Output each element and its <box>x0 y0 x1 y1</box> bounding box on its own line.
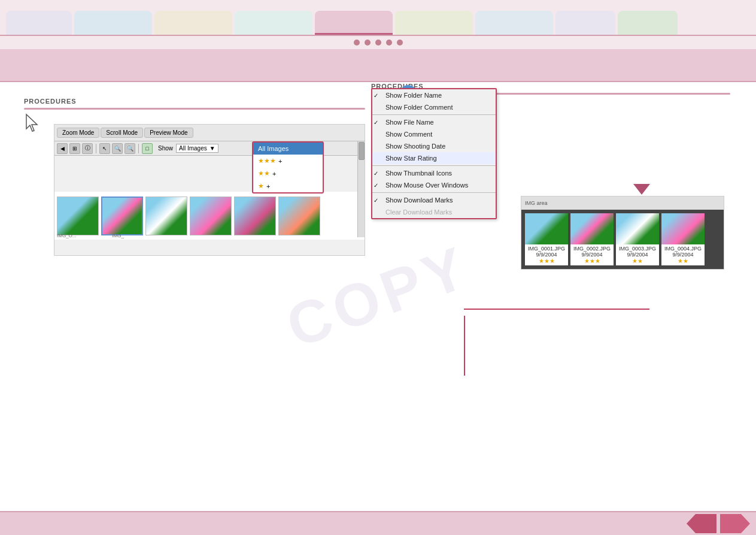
gallery-thumb-2[interactable]: IMG_0002.JPG 9/9/2004 ★★★ <box>570 213 614 265</box>
prev-button[interactable] <box>687 514 716 533</box>
img-label-2: IMG_ <box>112 233 124 238</box>
tab-6[interactable] <box>395 11 473 35</box>
ctx-show-star-rating[interactable]: Show Star Rating <box>372 152 496 164</box>
app-toolbar: Zoom Mode Scroll Mode Preview Mode <box>54 125 365 141</box>
gallery-thumb-4-date: 9/9/2004 <box>663 252 703 258</box>
top-tab-bar <box>0 0 756 36</box>
gallery-thumb-2-stars: ★★★ <box>572 258 612 264</box>
app-screenshot: Zoom Mode Scroll Mode Preview Mode ◀ ⊞ ⓘ… <box>54 124 365 256</box>
filter-dropdown-value: All Images <box>179 145 207 152</box>
gallery-thumb-4-stars: ★★ <box>663 258 703 264</box>
dot-5 <box>397 40 403 46</box>
ctx-separator-1 <box>372 114 496 115</box>
ctx-show-folder-comment-label: Show Folder Comment <box>385 104 453 111</box>
gallery-thumb-3-filename: IMG_0003.JPG <box>617 246 658 252</box>
thumb-6[interactable] <box>278 197 320 235</box>
thumbnail-row <box>54 192 365 240</box>
gallery-thumb-4-filename: IMG_0004.JPG <box>663 246 703 252</box>
cursor-icon[interactable]: ↖ <box>99 143 110 154</box>
zoom-in-icon[interactable]: 🔍 <box>112 143 123 154</box>
gallery-thumb-3-img <box>616 213 659 244</box>
arrow-down-indicator <box>633 184 650 195</box>
thumb-3[interactable] <box>145 197 187 235</box>
tab-4[interactable] <box>235 11 312 35</box>
ctx-show-download-marks[interactable]: Show Download Marks <box>372 194 496 206</box>
ctx-show-comment[interactable]: Show Comment <box>372 128 496 140</box>
red-connector-line <box>464 316 465 376</box>
dropdown-option-1star-label: + <box>266 183 270 190</box>
tab-8[interactable] <box>555 11 615 35</box>
ctx-show-mouse-over-label: Show Mouse Over Windows <box>385 182 468 189</box>
ctx-show-thumbnail-icons[interactable]: Show Thumbnail Icons <box>372 167 496 179</box>
gallery-thumb-4[interactable]: IMG_0004.JPG 9/9/2004 ★★ <box>661 213 705 265</box>
green-frame-icon[interactable]: □ <box>142 143 153 154</box>
vertical-scrollbar[interactable] <box>357 141 365 237</box>
three-star-icon: ★★★ <box>258 157 276 165</box>
ctx-separator-3 <box>372 192 496 193</box>
preview-mode-btn[interactable]: Preview Mode <box>144 128 193 138</box>
gallery-thumb-3-date: 9/9/2004 <box>617 252 658 258</box>
gallery-thumbs: IMG_0001.JPG 9/9/2004 ★★★ IMG_0002.JPG 9… <box>521 210 724 269</box>
dropdown-option-3star-label: + <box>278 158 282 165</box>
tab-3[interactable] <box>154 11 232 35</box>
tab-9[interactable] <box>618 11 678 35</box>
tab-7[interactable] <box>475 11 553 35</box>
separator2 <box>138 144 139 153</box>
next-button[interactable] <box>720 514 750 533</box>
gallery-thumb-2-date: 9/9/2004 <box>572 252 612 258</box>
context-menu[interactable]: Show Folder Name Show Folder Comment Sho… <box>371 88 497 219</box>
tab-5-active[interactable] <box>315 11 393 35</box>
separator <box>96 144 96 153</box>
ctx-show-file-name[interactable]: Show File Name <box>372 116 496 128</box>
dropdown-option-all-label: All Images <box>258 145 289 152</box>
ctx-show-folder-comment[interactable]: Show Folder Comment <box>372 101 496 113</box>
show-label: Show <box>158 145 173 152</box>
ctx-show-shooting-date[interactable]: Show Shooting Date <box>372 140 496 152</box>
thumb-4[interactable] <box>190 197 232 235</box>
gallery-header: IMG area <box>521 197 724 210</box>
filter-dropdown-btn[interactable]: All Images ▼ <box>176 144 218 153</box>
gallery-thumb-3-stars: ★★ <box>617 258 658 264</box>
gallery-thumb-1-filename: IMG_0001.JPG <box>526 246 567 252</box>
thumb-1[interactable] <box>57 197 99 235</box>
thumb-2[interactable] <box>101 197 143 235</box>
thumb-5[interactable] <box>234 197 276 235</box>
gallery-area: IMG area IMG_0001.JPG 9/9/2004 ★★★ IMG_0… <box>521 196 724 270</box>
dropdown-option-2star-label: + <box>272 170 276 177</box>
one-star-icon: ★ <box>258 182 264 190</box>
dropdown-option-all[interactable]: All Images <box>253 143 323 155</box>
svg-marker-0 <box>26 114 37 131</box>
gallery-thumb-3[interactable]: IMG_0003.JPG 9/9/2004 ★★ <box>616 213 659 265</box>
zoom-mode-btn[interactable]: Zoom Mode <box>57 128 99 138</box>
gallery-thumb-2-filename: IMG_0002.JPG <box>572 246 612 252</box>
dropdown-option-3star[interactable]: ★★★ + <box>253 155 323 167</box>
dropdown-option-1star[interactable]: ★ + <box>253 180 323 192</box>
ctx-show-mouse-over[interactable]: Show Mouse Over Windows <box>372 179 496 191</box>
gallery-thumb-2-img <box>570 213 614 244</box>
two-star-icon: ★★ <box>258 170 270 177</box>
scroll-mode-btn[interactable]: Scroll Mode <box>101 128 143 138</box>
ctx-show-star-rating-label: Show Star Rating <box>385 155 437 162</box>
gallery-thumb-3-info: IMG_0003.JPG 9/9/2004 ★★ <box>616 244 659 265</box>
filter-dropdown-menu[interactable]: All Images ★★★ + ★★ + ★ + <box>252 141 324 194</box>
main-content: COPY PROCEDURES PROCEDURES i ▼ Zoom Mode… <box>0 82 756 511</box>
gallery-thumb-4-img <box>661 213 705 244</box>
header-band <box>0 49 756 82</box>
gallery-thumb-1[interactable]: IMG_0001.JPG 9/9/2004 ★★★ <box>525 213 568 265</box>
back-icon[interactable]: ◀ <box>57 143 68 154</box>
gallery-header-label: IMG area <box>525 200 548 206</box>
grid-icon[interactable]: ⊞ <box>69 143 80 154</box>
ctx-show-shooting-date-label: Show Shooting Date <box>385 143 445 150</box>
scrollbar-thumb[interactable] <box>359 142 365 160</box>
dot-3 <box>375 40 381 46</box>
dropdown-option-2star[interactable]: ★★ + <box>253 167 323 180</box>
gallery-thumb-1-img <box>525 213 568 244</box>
zoom-out-icon[interactable]: 🔍 <box>125 143 135 154</box>
ctx-show-file-name-label: Show File Name <box>385 119 434 126</box>
tab-1[interactable] <box>6 11 72 35</box>
tab-2[interactable] <box>74 11 152 35</box>
ctx-show-thumbnail-icons-label: Show Thumbnail Icons <box>385 170 452 177</box>
info-icon-small[interactable]: ⓘ <box>82 143 93 154</box>
dropdown-chevron-icon: ▼ <box>210 145 215 152</box>
ctx-show-folder-name[interactable]: Show Folder Name <box>372 89 496 101</box>
